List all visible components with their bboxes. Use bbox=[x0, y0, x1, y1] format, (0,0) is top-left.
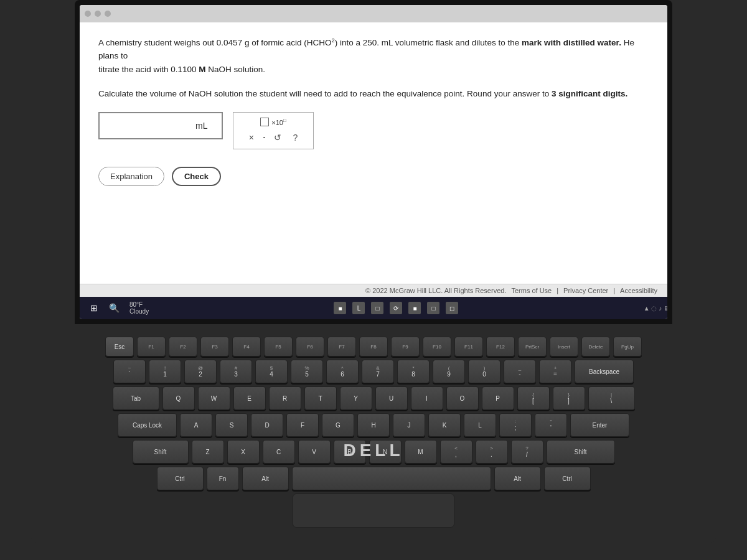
key-u[interactable]: U bbox=[375, 386, 408, 410]
sci-help-button[interactable]: ? bbox=[290, 131, 300, 144]
key-backspace[interactable]: Backspace bbox=[575, 360, 634, 383]
key-i[interactable]: I bbox=[411, 386, 443, 410]
taskbar-icon-6[interactable]: □ bbox=[427, 302, 439, 314]
key-f2[interactable]: F2 bbox=[169, 337, 197, 357]
key-semicolon[interactable]: :; bbox=[499, 413, 532, 437]
accessibility-link[interactable]: Accessibility bbox=[620, 287, 657, 294]
key-r[interactable]: R bbox=[269, 386, 301, 410]
check-button[interactable]: Check bbox=[172, 167, 221, 186]
key-prtscr[interactable]: PrtScr bbox=[518, 337, 547, 357]
key-f12[interactable]: F12 bbox=[486, 337, 515, 357]
key-rctrl[interactable]: Ctrl bbox=[544, 467, 591, 490]
key-6[interactable]: ^6 bbox=[326, 360, 359, 383]
key-rbracket[interactable]: }] bbox=[553, 386, 585, 410]
key-f8[interactable]: F8 bbox=[359, 337, 388, 357]
key-comma[interactable]: <, bbox=[440, 440, 472, 464]
key-lshift[interactable]: Shift bbox=[133, 440, 189, 464]
sci-notation-checkbox[interactable] bbox=[260, 118, 269, 126]
start-button[interactable]: ⊞ bbox=[87, 301, 101, 315]
key-w[interactable]: W bbox=[198, 386, 230, 410]
key-y[interactable]: Y bbox=[340, 386, 372, 410]
key-enter[interactable]: Enter bbox=[570, 413, 629, 437]
key-o[interactable]: O bbox=[446, 386, 479, 410]
key-insert[interactable]: Insert bbox=[550, 337, 578, 357]
taskbar-icon-1[interactable]: ■ bbox=[334, 302, 346, 314]
key-pgup[interactable]: PgUp bbox=[613, 337, 642, 357]
key-3[interactable]: #3 bbox=[220, 360, 252, 383]
key-f[interactable]: F bbox=[286, 413, 319, 437]
key-f1[interactable]: F1 bbox=[137, 337, 166, 357]
key-f4[interactable]: F4 bbox=[232, 337, 261, 357]
screen-content: A chemistry student weighs out 0.0457 g … bbox=[80, 5, 667, 319]
key-h[interactable]: H bbox=[357, 413, 390, 437]
key-1[interactable]: !1 bbox=[149, 360, 181, 383]
explanation-button[interactable]: Explanation bbox=[98, 167, 164, 186]
key-f7[interactable]: F7 bbox=[327, 337, 356, 357]
key-f5[interactable]: F5 bbox=[264, 337, 293, 357]
key-space[interactable] bbox=[292, 467, 491, 490]
key-minus[interactable]: _- bbox=[504, 360, 536, 383]
key-q[interactable]: Q bbox=[162, 386, 195, 410]
sci-x10-label: ×10□ bbox=[271, 118, 286, 126]
key-t[interactable]: T bbox=[304, 386, 337, 410]
key-lctrl[interactable]: Ctrl bbox=[157, 467, 204, 490]
taskbar-icon-5[interactable]: ■ bbox=[408, 302, 421, 314]
key-s[interactable]: S bbox=[215, 413, 248, 437]
taskbar-icon-4[interactable]: ⟳ bbox=[390, 302, 402, 314]
key-7[interactable]: &7 bbox=[362, 360, 394, 383]
main-content: A chemistry student weighs out 0.0457 g … bbox=[80, 22, 667, 284]
key-equals[interactable]: += bbox=[539, 360, 571, 383]
terms-link[interactable]: Terms of Use bbox=[511, 287, 552, 294]
answer-input[interactable] bbox=[106, 121, 193, 131]
key-f10[interactable]: F10 bbox=[423, 337, 451, 357]
key-d[interactable]: D bbox=[251, 413, 283, 437]
key-9[interactable]: (9 bbox=[433, 360, 465, 383]
key-c[interactable]: C bbox=[263, 440, 295, 464]
key-quote[interactable]: "' bbox=[535, 413, 567, 437]
key-f9[interactable]: F9 bbox=[391, 337, 420, 357]
key-period[interactable]: >. bbox=[476, 440, 508, 464]
key-2[interactable]: @2 bbox=[184, 360, 217, 383]
taskbar-icon-7[interactable]: ◻ bbox=[446, 302, 458, 314]
taskbar-icon-2[interactable]: L bbox=[352, 302, 365, 314]
key-8[interactable]: *8 bbox=[397, 360, 430, 383]
sci-notation-area: ×10□ × · ↺ ? bbox=[233, 112, 314, 149]
key-x[interactable]: X bbox=[227, 440, 260, 464]
key-slash[interactable]: ?/ bbox=[511, 440, 543, 464]
key-0[interactable]: )0 bbox=[468, 360, 500, 383]
key-f11[interactable]: F11 bbox=[454, 337, 483, 357]
key-rshift[interactable]: Shift bbox=[547, 440, 615, 464]
key-delete[interactable]: Delete bbox=[581, 337, 610, 357]
key-lalt[interactable]: Alt bbox=[242, 467, 289, 490]
key-e[interactable]: E bbox=[233, 386, 266, 410]
key-l[interactable]: L bbox=[464, 413, 496, 437]
key-k[interactable]: K bbox=[428, 413, 461, 437]
key-p[interactable]: P bbox=[482, 386, 514, 410]
sci-undo-button[interactable]: ↺ bbox=[271, 131, 284, 144]
laptop-outer: A chemistry student weighs out 0.0457 g … bbox=[0, 0, 747, 560]
key-v[interactable]: V bbox=[298, 440, 331, 464]
key-m[interactable]: M bbox=[405, 440, 437, 464]
key-fn[interactable]: Fn bbox=[207, 467, 239, 490]
key-esc[interactable]: Esc bbox=[105, 337, 134, 357]
search-taskbar-icon[interactable]: 🔍 bbox=[107, 301, 121, 315]
sci-clear-button[interactable]: × bbox=[247, 131, 256, 144]
key-a[interactable]: A bbox=[180, 413, 212, 437]
key-backtick[interactable]: ~` bbox=[113, 360, 146, 383]
key-f3[interactable]: F3 bbox=[200, 337, 229, 357]
key-z[interactable]: Z bbox=[192, 440, 224, 464]
key-caps[interactable]: Caps Lock bbox=[118, 413, 177, 437]
key-5[interactable]: %5 bbox=[291, 360, 323, 383]
key-ralt[interactable]: Alt bbox=[494, 467, 541, 490]
key-j[interactable]: J bbox=[393, 413, 425, 437]
privacy-link[interactable]: Privacy Center bbox=[563, 287, 608, 294]
key-tab[interactable]: Tab bbox=[113, 386, 159, 410]
trackpad[interactable] bbox=[293, 493, 454, 528]
key-lbracket[interactable]: {[ bbox=[517, 386, 550, 410]
taskbar-icon-3[interactable]: □ bbox=[371, 302, 383, 314]
key-g[interactable]: G bbox=[322, 413, 354, 437]
answer-input-wrapper[interactable]: mL bbox=[98, 112, 223, 139]
key-4[interactable]: $4 bbox=[255, 360, 288, 383]
key-backslash[interactable]: |\ bbox=[588, 386, 635, 410]
key-f6[interactable]: F6 bbox=[296, 337, 324, 357]
